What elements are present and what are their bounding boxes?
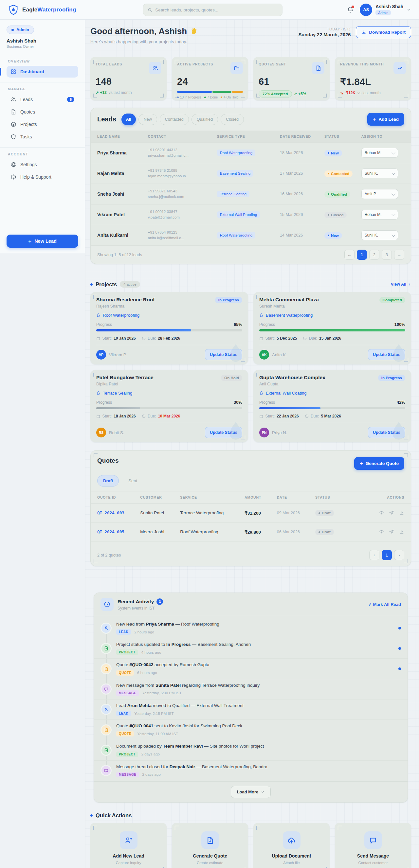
lead-filters: AllNewContactedQualifiedClosed <box>121 114 244 125</box>
load-more-button[interactable]: Load More <box>231 786 271 798</box>
activity-item[interactable]: Project status updated to In Progress — … <box>94 638 408 659</box>
table-row: QT-2024-003 Sunita Patel Terrace Waterpr… <box>91 503 411 523</box>
project-service-link[interactable]: External Wall Coating <box>259 391 405 396</box>
sidebar-item-leads[interactable]: Leads 5 <box>6 94 78 105</box>
date-received: 16 Mar 2026 <box>280 192 324 196</box>
send-quote-icon[interactable] <box>389 510 394 515</box>
sidebar-role-badge: Admin <box>6 26 34 34</box>
assign-to-select[interactable]: Sunil K. <box>361 230 398 240</box>
mark-all-read-link[interactable]: ✓ Mark All Read <box>368 602 401 607</box>
status-badge: Closed <box>324 212 347 218</box>
quote-id-link[interactable]: QT-2024-005 <box>97 529 140 534</box>
activity-item[interactable]: Message thread closed for Deepak Nair — … <box>94 761 408 781</box>
quotes-next-button[interactable]: › <box>394 550 404 560</box>
userplus-icon <box>120 831 138 849</box>
sidebar-item-settings[interactable]: Settings <box>6 159 78 170</box>
sidebar-item-help-support[interactable]: Help & Support <box>6 171 78 183</box>
send-quote-icon[interactable] <box>389 529 394 534</box>
activity-item[interactable]: Lead Arun Mehta moved to Qualified — Ext… <box>94 700 408 720</box>
stat-card: QUOTES SENT 6172% Accepted↗ +5% <box>253 57 330 100</box>
projects-title: Projects <box>96 281 117 287</box>
generate-quote-button[interactable]: +Generate Quote <box>354 457 404 470</box>
quick-action-add-new-lead[interactable]: Add New Lead Capture inquiry <box>90 823 167 868</box>
global-search[interactable] <box>143 4 282 16</box>
leads-page-3[interactable]: 3 <box>382 250 392 260</box>
sidebar-item-dashboard[interactable]: Dashboard <box>6 66 78 78</box>
progress-label: Progress <box>96 400 112 405</box>
assign-to-select[interactable]: Rohan M. <box>361 148 398 158</box>
project-client: Suresh Mehta <box>259 304 319 309</box>
leads-panel: Leads AllNewContactedQualifiedClosed +Ad… <box>90 107 411 264</box>
leads-page-1[interactable]: 1 <box>357 250 367 260</box>
assign-to-select[interactable]: Amit P. <box>361 189 398 199</box>
project-service-link[interactable]: Roof Waterproofing <box>96 313 242 318</box>
activity-type-badge: LEAD <box>116 711 131 716</box>
leads-prev-button[interactable]: ← <box>345 250 355 260</box>
column-header: AMOUNT <box>244 495 277 499</box>
due-date: 28 Feb 2026 <box>158 336 180 341</box>
quick-action-title: Send Message <box>357 853 389 859</box>
quote-id-link[interactable]: QT-2024-003 <box>97 510 140 515</box>
activity-time: 4 hours ago <box>142 650 161 654</box>
activity-text: Project status updated to In Progress — … <box>116 642 392 648</box>
user-menu[interactable]: AS Ashish Shah Admin <box>360 4 411 16</box>
download-icon <box>361 30 366 35</box>
lead-filter-all[interactable]: All <box>121 114 136 125</box>
view-quote-icon[interactable] <box>379 510 384 515</box>
user-role-badge: Admin <box>376 10 391 16</box>
lead-filter-new[interactable]: New <box>139 114 157 125</box>
progress-percent: 65% <box>234 322 242 327</box>
add-lead-button[interactable]: +Add Lead <box>367 113 404 126</box>
assign-to-select[interactable]: Rohan M. <box>361 210 398 220</box>
lead-filter-closed[interactable]: Closed <box>221 114 244 125</box>
notifications-bell[interactable] <box>347 6 354 13</box>
leads-page-2[interactable]: 2 <box>369 250 379 260</box>
column-header: SERVICE <box>180 495 244 499</box>
new-lead-button[interactable]: +New Lead <box>6 235 78 248</box>
quick-action-upload-document[interactable]: Upload Document Attach file <box>253 823 330 868</box>
calendar-icon <box>96 336 100 341</box>
download-quote-icon[interactable] <box>399 529 404 534</box>
view-all-link[interactable]: View All <box>391 282 411 287</box>
section-dot <box>90 283 93 286</box>
progress-percent: 100% <box>394 322 405 327</box>
quick-action-subtitle: Capture inquiry <box>116 861 142 865</box>
assign-to-select[interactable]: Sunil K. <box>361 168 398 178</box>
quotes-tab-draft[interactable]: Draft <box>97 475 119 487</box>
chat-icon <box>364 831 382 849</box>
download-report-button[interactable]: Download Report <box>356 26 411 38</box>
activity-item[interactable]: New message from Sunita Patel regarding … <box>94 679 408 700</box>
stat-label: QUOTES SENT <box>259 62 286 67</box>
quotes-page-1[interactable]: 1 <box>382 550 392 560</box>
leads-next-button[interactable]: → <box>394 250 404 260</box>
clock-icon <box>303 336 307 341</box>
quote-activity-icon <box>100 663 112 674</box>
activity-item[interactable]: Quote #QUO-0042 accepted by Ramesh Gupta… <box>94 659 408 679</box>
quotes-prev-button[interactable]: ‹ <box>369 550 379 560</box>
project-service-link[interactable]: Terrace Sealing <box>96 391 242 396</box>
chevron-down-icon <box>391 212 395 216</box>
lead-filter-contacted[interactable]: Contacted <box>160 114 189 125</box>
start-date: 22 Jan 2026 <box>277 414 299 418</box>
quick-action-send-message[interactable]: Send Message Contact customer <box>335 823 411 868</box>
quick-action-generate-quote[interactable]: Generate Quote Create estimate <box>172 823 248 868</box>
search-input[interactable] <box>155 7 278 12</box>
view-quote-icon[interactable] <box>379 529 384 534</box>
sidebar-item-projects[interactable]: Projects <box>6 118 78 130</box>
column-header: QUOTE ID <box>97 495 140 499</box>
status-badge: Draft <box>315 529 334 535</box>
sidebar-item-quotes[interactable]: Quotes <box>6 106 78 118</box>
upload-icon <box>283 831 300 849</box>
column-header: ASSIGN TO <box>361 134 404 138</box>
activity-text: Lead Arun Mehta moved to Qualified — Ext… <box>116 703 392 709</box>
lead-filter-qualified[interactable]: Qualified <box>191 114 218 125</box>
download-quote-icon[interactable] <box>399 510 404 515</box>
activity-item[interactable]: Quote #QUO-0041 sent to Kavita Joshi for… <box>94 720 408 740</box>
sidebar-item-tasks[interactable]: Tasks <box>6 131 78 143</box>
activity-item[interactable]: Document uploaded by Team Member Ravi — … <box>94 740 408 761</box>
due-date: 15 Jan 2026 <box>319 336 341 341</box>
date-received: 18 Mar 2026 <box>280 151 324 155</box>
quotes-tab-sent[interactable]: Sent <box>123 475 143 486</box>
activity-item[interactable]: New lead from Priya Sharma — Roof Waterp… <box>94 618 408 638</box>
project-service-link[interactable]: Basement Waterproofing <box>259 313 405 318</box>
